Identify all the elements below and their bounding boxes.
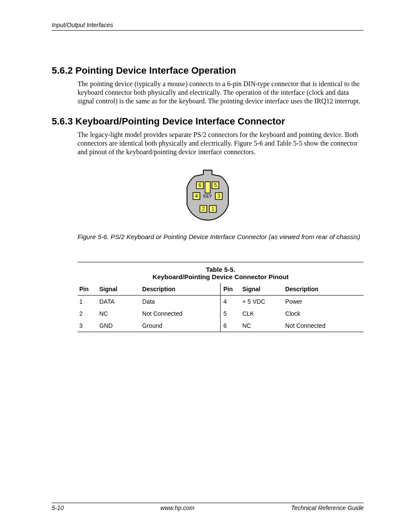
section-body-562: The pointing device (typically a mouse) … — [78, 80, 364, 106]
figure-caption: Figure 5-6. PS/2 Keyboard or Pointing De… — [78, 233, 364, 240]
cell-desc: Power — [283, 296, 364, 308]
svg-rect-0 — [205, 182, 210, 193]
th-pin-right: Pin — [221, 283, 240, 296]
ps2-connector-icon: 6 5 4 KEY 3 2 1 — [182, 167, 234, 223]
cell-signal: GND — [97, 320, 140, 332]
table-row: 3 GND Ground 6 NC Not Connected — [78, 320, 364, 332]
cell-desc: Ground — [140, 320, 221, 332]
cell-signal: NC — [97, 308, 140, 320]
cell-pin: 5 — [221, 308, 240, 320]
table-title-line2: Keyboard/Pointing Device Connector Pinou… — [78, 273, 364, 280]
table-row: 1 DATA Data 4 + 5 VDC Power — [78, 296, 364, 308]
section-heading-562: 5.6.2 Pointing Device Interface Operatio… — [52, 65, 364, 76]
cell-pin: 2 — [78, 308, 97, 320]
cell-signal: CLK — [240, 308, 283, 320]
pinout-table-wrap: Table 5-5. Keyboard/Pointing Device Conn… — [78, 262, 364, 332]
footer-page-number: 5-10 — [52, 504, 64, 511]
table-header-row: Pin Signal Description Pin Signal Descri… — [78, 283, 364, 296]
section-heading-563: 5.6.3 Keyboard/Pointing Device Interface… — [52, 116, 364, 127]
th-desc-right: Description — [283, 283, 364, 296]
pin-label-1: 1 — [212, 206, 215, 212]
pin-label-2: 2 — [202, 206, 205, 212]
th-desc-left: Description — [140, 283, 221, 296]
pin-label-4: 4 — [195, 193, 198, 199]
section-body-563: The legacy-light model provides separate… — [78, 131, 364, 156]
cell-desc: Not Connected — [140, 308, 221, 320]
cell-pin: 3 — [78, 320, 97, 332]
table-title: Table 5-5. Keyboard/Pointing Device Conn… — [78, 262, 364, 280]
cell-signal: NC — [240, 320, 283, 332]
pinout-table: Pin Signal Description Pin Signal Descri… — [78, 283, 364, 332]
figure-connector: 6 5 4 KEY 3 2 1 — [52, 167, 364, 224]
cell-pin: 4 — [221, 296, 240, 308]
page-footer: 5-10 www.hp.com Technical Reference Guid… — [52, 503, 364, 511]
cell-signal: + 5 VDC — [240, 296, 283, 308]
th-signal-right: Signal — [240, 283, 283, 296]
page: Input/Output Interfaces 5.6.2 Pointing D… — [0, 0, 411, 532]
table-title-line1: Table 5-5. — [78, 266, 364, 273]
running-header: Input/Output Interfaces — [52, 22, 364, 31]
th-pin-left: Pin — [78, 283, 97, 296]
table-row: 2 NC Not Connected 5 CLK Clock — [78, 308, 364, 320]
th-signal-left: Signal — [97, 283, 140, 296]
footer-doc-title: Technical Reference Guide — [291, 504, 364, 511]
cell-desc: Not Connected — [283, 320, 364, 332]
footer-url: www.hp.com — [160, 504, 194, 511]
pin-label-5: 5 — [214, 182, 217, 188]
cell-desc: Data — [140, 296, 221, 308]
cell-signal: DATA — [97, 296, 140, 308]
pin-label-6: 6 — [199, 182, 202, 188]
cell-pin: 6 — [221, 320, 240, 332]
key-label: KEY — [203, 194, 212, 199]
cell-desc: Clock — [283, 308, 364, 320]
pin-label-3: 3 — [218, 193, 221, 199]
cell-pin: 1 — [78, 296, 97, 308]
